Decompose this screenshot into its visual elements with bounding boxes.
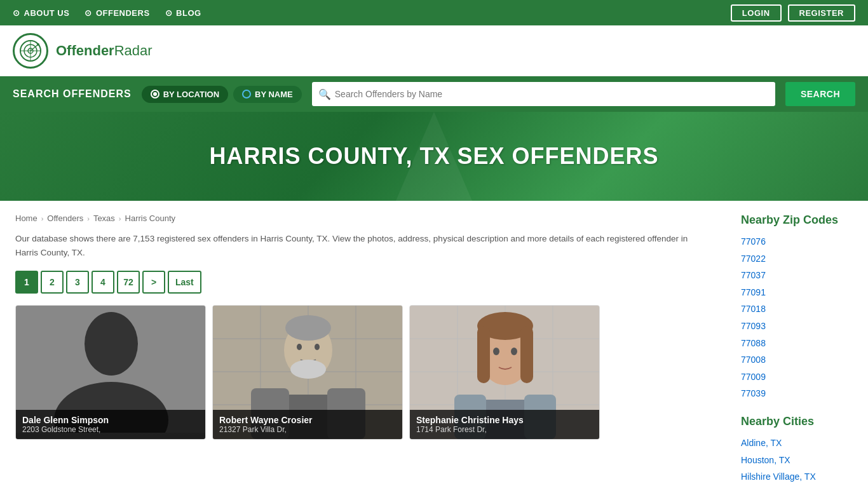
by-name-radio (242, 90, 251, 98)
svg-point-5 (37, 43, 39, 46)
logo-brand2: Radar (114, 43, 153, 58)
page-72-button[interactable]: 72 (117, 271, 140, 294)
breadcrumb-home[interactable]: Home (15, 214, 37, 223)
svg-point-18 (297, 344, 302, 350)
offender-photo-2: Robert Wayne Crosier 21327 Park Villa Dr… (213, 306, 402, 439)
zip-77091[interactable]: 77091 (741, 284, 855, 301)
nav-about-us[interactable]: ⊙ ABOUT US (13, 8, 69, 18)
zip-77093[interactable]: 77093 (741, 318, 855, 335)
offender-card-2[interactable]: Robert Wayne Crosier 21327 Park Villa Dr… (212, 305, 403, 440)
page-last-button[interactable]: Last (168, 271, 201, 294)
offender-name-1: Dale Glenn Simpson (22, 415, 199, 425)
zip-77018[interactable]: 77018 (741, 301, 855, 318)
svg-point-36 (511, 348, 517, 355)
search-input[interactable] (335, 89, 769, 99)
by-name-label: BY NAME (255, 90, 293, 99)
logo-icon (13, 33, 48, 69)
svg-point-17 (285, 315, 331, 341)
search-offenders-label: SEARCH OFFENDERS (13, 88, 132, 100)
search-bar: SEARCH OFFENDERS BY LOCATION BY NAME 🔍 S… (0, 76, 868, 112)
page-2-button[interactable]: 2 (41, 271, 64, 294)
by-location-radio (151, 90, 159, 98)
svg-point-20 (290, 360, 326, 379)
offender-card-3[interactable]: Stephanie Christine Hays 1714 Park Fores… (409, 305, 600, 440)
sidebar-zip-title: Nearby Zip Codes (741, 214, 855, 227)
offender-name-2: Robert Wayne Crosier (219, 415, 396, 425)
radio-group: BY LOCATION BY NAME (142, 86, 302, 103)
search-button[interactable]: SEARCH (785, 82, 855, 106)
top-nav-right: LOGIN REGISTER (731, 4, 855, 22)
svg-point-35 (493, 348, 499, 355)
nav-blog-label: BLOG (176, 8, 201, 18)
offender-name-3: Stephanie Christine Hays (416, 415, 593, 425)
offender-address-2: 21327 Park Villa Dr, (219, 425, 396, 434)
svg-point-7 (85, 312, 138, 376)
top-nav-left: ⊙ ABOUT US ⊙ OFFENDERS ⊙ BLOG (13, 8, 201, 18)
page-3-button[interactable]: 3 (66, 271, 89, 294)
target-icon-3: ⊙ (165, 8, 173, 18)
nav-offenders[interactable]: ⊙ OFFENDERS (85, 8, 149, 18)
login-button[interactable]: LOGIN (731, 4, 782, 22)
zip-77039[interactable]: 77039 (741, 385, 855, 402)
register-button[interactable]: REGISTER (788, 4, 855, 22)
breadcrumb-texas[interactable]: Texas (93, 214, 115, 223)
description: Our database shows there are 7,153 regis… (15, 232, 713, 259)
breadcrumb: Home › Offenders › Texas › Harris County (15, 214, 713, 223)
target-icon-2: ⊙ (85, 8, 92, 18)
nav-blog[interactable]: ⊙ BLOG (165, 8, 201, 18)
hero-title: HARRIS COUNTY, TX SEX OFFENDERS (209, 143, 658, 170)
page-4-button[interactable]: 4 (92, 271, 114, 294)
zip-77022[interactable]: 77022 (741, 250, 855, 268)
zip-77076[interactable]: 77076 (741, 233, 855, 250)
zip-77088[interactable]: 77088 (741, 335, 855, 352)
sidebar-zip-codes: Nearby Zip Codes 77076 77022 77037 77091… (741, 214, 855, 402)
offender-photo-3: Stephanie Christine Hays 1714 Park Fores… (410, 306, 599, 439)
breadcrumb-sep-2: › (87, 215, 90, 222)
target-icon-1: ⊙ (13, 8, 20, 18)
main-content: Home › Offenders › Texas › Harris County… (0, 201, 868, 488)
top-nav: ⊙ ABOUT US ⊙ OFFENDERS ⊙ BLOG LOGIN REGI… (0, 0, 868, 25)
offender-photo-1: Dale Glenn Simpson 2203 Goldstone Street… (16, 306, 205, 439)
sidebar-cities-title: Nearby Cities (741, 415, 855, 428)
sidebar: Nearby Zip Codes 77076 77022 77037 77091… (728, 201, 868, 488)
city-hilshire[interactable]: Hilshire Village, TX (741, 468, 855, 485)
by-location-label: BY LOCATION (163, 90, 219, 99)
breadcrumb-offenders[interactable]: Offenders (47, 214, 83, 223)
header-logo: OffenderRadar (0, 25, 868, 76)
page-1-button[interactable]: 1 (15, 271, 38, 294)
nav-offenders-label: OFFENDERS (96, 8, 150, 18)
city-aldine[interactable]: Aldine, TX (741, 435, 855, 452)
radar-icon (19, 39, 42, 62)
breadcrumb-county: Harris County (125, 214, 175, 223)
logo-text: OffenderRadar (56, 43, 153, 59)
offender-info-3: Stephanie Christine Hays 1714 Park Fores… (410, 410, 599, 439)
by-name-button[interactable]: BY NAME (233, 86, 302, 103)
offender-address-1: 2203 Goldstone Street, (22, 425, 199, 434)
breadcrumb-sep-3: › (119, 215, 121, 222)
offender-info-1: Dale Glenn Simpson 2203 Goldstone Street… (16, 410, 205, 439)
page-next-button[interactable]: > (142, 271, 165, 294)
hero-banner: HARRIS COUNTY, TX SEX OFFENDERS (0, 112, 868, 201)
content-left: Home › Offenders › Texas › Harris County… (0, 201, 728, 488)
sidebar-cities: Nearby Cities Aldine, TX Houston, TX Hil… (741, 415, 855, 485)
pagination: 1 2 3 4 72 > Last (15, 271, 713, 294)
zip-77009[interactable]: 77009 (741, 369, 855, 386)
offender-card-1[interactable]: Dale Glenn Simpson 2203 Goldstone Street… (15, 305, 206, 440)
offender-grid: Dale Glenn Simpson 2203 Goldstone Street… (15, 305, 713, 440)
breadcrumb-sep-1: › (41, 215, 44, 222)
by-location-button[interactable]: BY LOCATION (142, 86, 228, 103)
search-input-wrapper: 🔍 (312, 82, 775, 106)
city-houston[interactable]: Houston, TX (741, 452, 855, 469)
nav-about-us-label: ABOUT US (24, 8, 70, 18)
logo-brand: Offender (56, 43, 114, 58)
offender-info-2: Robert Wayne Crosier 21327 Park Villa Dr… (213, 410, 402, 439)
zip-77037[interactable]: 77037 (741, 267, 855, 284)
zip-77008[interactable]: 77008 (741, 351, 855, 369)
search-icon: 🔍 (318, 88, 331, 100)
offender-address-3: 1714 Park Forest Dr, (416, 425, 593, 434)
svg-rect-33 (477, 326, 490, 383)
svg-rect-34 (520, 326, 533, 383)
svg-point-19 (315, 344, 320, 350)
